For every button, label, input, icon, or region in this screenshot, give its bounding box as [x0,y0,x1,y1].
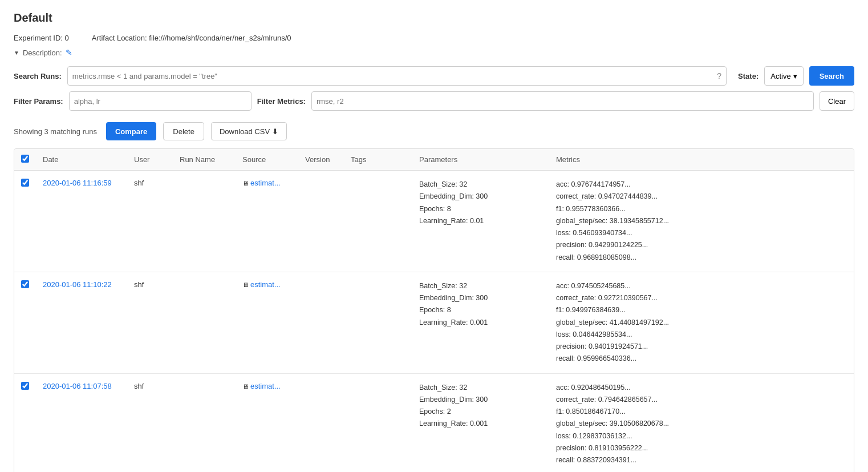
download-csv-button[interactable]: Download CSV ⬇ [211,122,287,140]
filter-params-input[interactable] [74,97,246,106]
metric-value: loss: 0.046442985534... [556,329,847,341]
row-params: Batch_Size: 32Embedding_Dim: 300Epochs: … [412,373,549,472]
row-params: Batch_Size: 32Embedding_Dim: 300Epochs: … [412,272,549,373]
search-button[interactable]: Search [809,66,854,86]
row-version [298,373,344,472]
source-link[interactable]: estimat... [250,179,281,187]
metric-value: f1: 0.955778360366... [556,203,847,215]
metric-value: global_step/sec: 38.19345855712... [556,215,847,227]
param-value: Epochs: 8 [419,304,542,316]
metric-value: precision: 0.819103956222... [556,442,847,454]
param-value: Learning_Rate: 0.01 [419,215,542,227]
param-value: Epochs: 8 [419,203,542,215]
clear-button[interactable]: Clear [820,91,854,111]
row-run-name [173,272,236,373]
table-header-row: Date User Run Name Source Version Tags P… [14,149,854,171]
search-input-wrap: ? [67,66,727,86]
row-source: 🖥estimat... [236,373,298,472]
row-tags [344,373,412,472]
row-date: 2020-01-06 11:16:59 [36,171,127,272]
table-row: 2020-01-06 11:10:22shf🖥estimat...Batch_S… [14,272,854,373]
row-version [298,171,344,272]
metric-value: precision: 0.942990124225... [556,239,847,251]
metric-value: recall: 0.968918085098... [556,252,847,264]
description-row[interactable]: ▼ Description: ✎ [14,48,854,57]
metric-value: global_step/sec: 41.44081497192... [556,317,847,329]
header-checkbox-col [14,149,36,171]
row-checkbox-cell [14,373,36,472]
header-source: Source [236,149,298,171]
metric-value: global_step/sec: 39.10506820678... [556,418,847,430]
table-row: 2020-01-06 11:16:59shf🖥estimat...Batch_S… [14,171,854,272]
header-version: Version [298,149,344,171]
monitor-icon: 🖥 [242,180,249,187]
param-value: Embedding_Dim: 300 [419,191,542,203]
monitor-icon: 🖥 [242,383,249,390]
row-date: 2020-01-06 11:07:58 [36,373,127,472]
param-value: Embedding_Dim: 300 [419,394,542,406]
row-date: 2020-01-06 11:10:22 [36,272,127,373]
results-bar: Showing 3 matching runs Compare Delete D… [14,122,854,140]
filter-metrics-input[interactable] [317,97,809,106]
search-label: Search Runs: [14,72,62,80]
filter-params-label: Filter Params: [14,97,63,106]
metric-value: recall: 0.883720934391... [556,454,847,466]
delete-button[interactable]: Delete [163,122,204,140]
row-version [298,272,344,373]
source-link[interactable]: estimat... [250,280,281,289]
search-input[interactable] [72,72,713,80]
metric-value: recall: 0.959966540336... [556,353,847,365]
row-user: shf [127,171,173,272]
metric-value: acc: 0.976744174957... [556,179,847,191]
row-run-name [173,171,236,272]
filter-metrics-wrap [311,91,814,111]
metric-value: f1: 0.949976384639... [556,304,847,316]
metric-value: correct_rate: 0.947027444839... [556,191,847,203]
header-metrics: Metrics [549,149,854,171]
row-params: Batch_Size: 32Embedding_Dim: 300Epochs: … [412,171,549,272]
row-checkbox[interactable] [21,179,29,187]
row-user: shf [127,373,173,472]
run-date-link[interactable]: 2020-01-06 11:07:58 [43,382,112,390]
header-run-name: Run Name [173,149,236,171]
state-dropdown[interactable]: Active ▾ [764,66,803,86]
param-value: Learning_Rate: 0.001 [419,317,542,329]
row-tags [344,171,412,272]
search-row: Search Runs: ? State: Active ▾ Search [14,66,854,86]
metric-value: correct_rate: 0.927210390567... [556,292,847,304]
row-checkbox[interactable] [21,382,29,390]
compare-button[interactable]: Compare [106,122,156,140]
monitor-icon: 🖥 [242,281,249,288]
source-link[interactable]: estimat... [250,382,281,390]
help-icon[interactable]: ? [717,71,721,80]
row-checkbox[interactable] [21,280,29,288]
select-all-checkbox[interactable] [21,155,29,163]
row-checkbox-cell [14,171,36,272]
results-text: Showing 3 matching runs [14,127,97,136]
metric-value: acc: 0.920486450195... [556,382,847,394]
metric-value: correct_rate: 0.794642865657... [556,394,847,406]
description-label: Description: [23,49,62,57]
run-date-link[interactable]: 2020-01-06 11:10:22 [43,280,112,289]
run-date-link[interactable]: 2020-01-06 11:16:59 [43,179,112,187]
param-value: Batch_Size: 32 [419,382,542,394]
row-metrics: acc: 0.976744174957...correct_rate: 0.94… [549,171,854,272]
header-parameters: Parameters [412,149,549,171]
metric-value: loss: 0.546093940734... [556,227,847,239]
param-value: Batch_Size: 32 [419,179,542,191]
metric-value: f1: 0.850186467170... [556,406,847,418]
description-arrow: ▼ [14,50,19,56]
param-value: Batch_Size: 32 [419,280,542,292]
row-run-name [173,373,236,472]
filter-row: Filter Params: Filter Metrics: Clear [14,91,854,111]
runs-table-wrap: Date User Run Name Source Version Tags P… [14,148,854,472]
row-source: 🖥estimat... [236,272,298,373]
header-tags: Tags [344,149,412,171]
metric-value: acc: 0.974505245685... [556,280,847,292]
row-metrics: acc: 0.920486450195...correct_rate: 0.79… [549,373,854,472]
row-user: shf [127,272,173,373]
row-checkbox-cell [14,272,36,373]
edit-icon[interactable]: ✎ [66,48,72,57]
filter-metrics-label: Filter Metrics: [257,97,306,106]
row-metrics: acc: 0.974505245685...correct_rate: 0.92… [549,272,854,373]
